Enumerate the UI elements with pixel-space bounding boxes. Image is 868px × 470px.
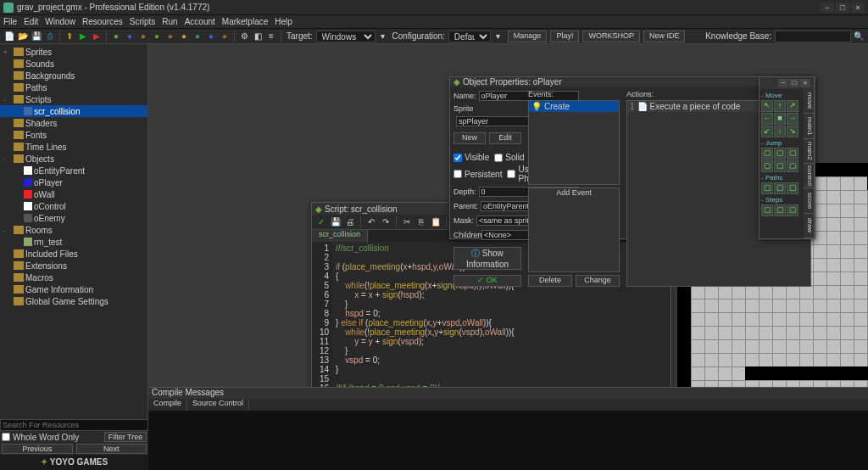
wholeword-checkbox[interactable]: [2, 433, 10, 441]
menu-marketplace[interactable]: Marketplace: [222, 17, 268, 26]
open-icon[interactable]: 📂: [17, 31, 29, 42]
res3-icon[interactable]: ●: [137, 31, 149, 42]
tree-item-scr_collision[interactable]: scr_collision: [0, 105, 147, 117]
palette-action-icon[interactable]: ▢: [787, 160, 798, 172]
run-icon[interactable]: ▶: [77, 31, 89, 42]
tree-item-oenemy[interactable]: oEnemy: [0, 212, 147, 224]
palette-action-icon[interactable]: ▢: [761, 204, 773, 216]
tree-item-extensions[interactable]: Extensions: [0, 260, 147, 271]
palette-tab-draw[interactable]: draw: [804, 214, 814, 238]
play-button[interactable]: Play!: [550, 31, 579, 42]
palette-tab-main2[interactable]: main2: [804, 139, 814, 164]
script-ok-icon[interactable]: ✓: [315, 216, 327, 228]
config-dropdown-icon[interactable]: ▾: [492, 31, 504, 42]
tree-item-macros[interactable]: Macros: [0, 271, 147, 283]
next-button[interactable]: Next: [76, 444, 147, 454]
palette-action-icon[interactable]: ▢: [761, 148, 773, 159]
minimize-button[interactable]: −: [821, 3, 834, 13]
compile-output[interactable]: [148, 411, 868, 470]
res4-icon[interactable]: ●: [151, 31, 163, 42]
res5-icon[interactable]: ●: [164, 31, 176, 42]
palette-action-icon[interactable]: ↑: [774, 100, 786, 112]
menu-run[interactable]: Run: [162, 17, 177, 26]
palette-tab-main1[interactable]: main1: [804, 114, 814, 138]
script-save-icon[interactable]: 💾: [330, 216, 342, 228]
action-palette[interactable]: −□× - Move↖↑↗←■→↙↓↘- Jump▢▢▢▢▢▢- Paths▢▢…: [759, 76, 815, 239]
palette-action-icon[interactable]: ▢: [774, 160, 786, 172]
palette-action-icon[interactable]: ▢: [787, 182, 798, 194]
palette-action-icon[interactable]: ▢: [774, 204, 786, 216]
sprite-edit-button[interactable]: Edit: [489, 132, 521, 144]
kb-search-icon[interactable]: 🔍: [853, 31, 865, 42]
event-item[interactable]: 💡Create: [529, 101, 619, 112]
tree-item-shaders[interactable]: Shaders: [0, 117, 147, 129]
tree-item-oentityparent[interactable]: oEntityParent: [0, 165, 147, 176]
tree-item-ocontrol[interactable]: oControl: [0, 200, 147, 212]
ext-icon[interactable]: ◧: [252, 31, 264, 42]
tree-item-paths[interactable]: Paths: [0, 81, 147, 93]
showinfo-button[interactable]: ⓘ Show Information: [453, 247, 521, 270]
palette-action-icon[interactable]: ↓: [774, 126, 786, 137]
palette-action-icon[interactable]: ↙: [761, 126, 773, 137]
palette-action-icon[interactable]: ▢: [774, 148, 786, 159]
sprite-new-button[interactable]: New: [453, 132, 486, 144]
menu-window[interactable]: Window: [45, 17, 75, 26]
visible-checkbox[interactable]: [453, 154, 462, 162]
palette-action-icon[interactable]: ▢: [787, 204, 798, 216]
menu-account[interactable]: Account: [185, 17, 215, 26]
res7-icon[interactable]: ●: [192, 31, 203, 42]
tree-item-fonts[interactable]: Fonts: [0, 129, 147, 141]
tree-item-time-lines[interactable]: Time Lines: [0, 141, 147, 153]
pal-max-button[interactable]: □: [789, 79, 799, 87]
maximize-button[interactable]: □: [836, 3, 849, 13]
res9-icon[interactable]: ●: [219, 31, 231, 42]
wall-seg2[interactable]: [745, 366, 868, 380]
script-tab[interactable]: scr_collision: [312, 230, 368, 242]
solid-checkbox[interactable]: [494, 154, 503, 162]
events-list[interactable]: 💡Create: [528, 100, 620, 185]
resource-tree[interactable]: +SpritesSoundsBackgroundsPaths-Scriptssc…: [0, 44, 148, 455]
tab-compile[interactable]: Compile: [148, 399, 187, 411]
debug-icon[interactable]: ▶: [91, 31, 103, 42]
target-dropdown-icon[interactable]: ▾: [377, 31, 389, 42]
tree-item-rm_test[interactable]: rm_test: [0, 236, 147, 248]
palette-tab-score[interactable]: score: [804, 188, 814, 213]
delete-event-button[interactable]: Delete: [528, 275, 572, 287]
palette-action-icon[interactable]: ▢: [761, 160, 773, 172]
script-cut-icon[interactable]: ✂: [401, 216, 413, 228]
filter-tree-button[interactable]: Filter Tree: [104, 432, 147, 442]
tree-item-game-information[interactable]: Game Information: [0, 283, 147, 295]
menu-edit[interactable]: Edit: [24, 17, 38, 26]
settings-icon[interactable]: ⚙: [238, 31, 250, 42]
tree-item-backgrounds[interactable]: Backgrounds: [0, 70, 147, 81]
tree-item-sprites[interactable]: +Sprites: [0, 46, 147, 58]
palette-action-icon[interactable]: ↖: [761, 100, 773, 112]
kb-input[interactable]: [775, 31, 851, 42]
pal-close-button[interactable]: ×: [800, 79, 810, 87]
newide-button[interactable]: New IDE: [643, 31, 686, 42]
persistent-checkbox[interactable]: [453, 170, 462, 178]
save-icon[interactable]: 💾: [31, 31, 42, 42]
prev-button[interactable]: Previous: [2, 444, 73, 454]
menu-help[interactable]: Help: [275, 17, 292, 26]
palette-action-icon[interactable]: →: [787, 113, 798, 125]
palette-action-icon[interactable]: ■: [774, 113, 786, 125]
tree-item-owall[interactable]: oWall: [0, 188, 147, 200]
palette-action-icon[interactable]: ←: [761, 113, 773, 125]
palette-action-icon[interactable]: ▢: [774, 182, 786, 194]
tree-item-global-game-settings[interactable]: Global Game Settings: [0, 295, 147, 307]
macro-icon[interactable]: ≡: [265, 31, 277, 42]
addevent-button[interactable]: Add Event: [528, 187, 620, 272]
new-project-icon[interactable]: 📄: [3, 31, 15, 42]
script-paste-icon[interactable]: 📋: [430, 216, 442, 228]
export-icon[interactable]: ⬆: [64, 31, 75, 42]
palette-action-icon[interactable]: ↗: [787, 100, 798, 112]
res2-icon[interactable]: ●: [124, 31, 136, 42]
palette-tab-control[interactable]: control: [804, 164, 814, 188]
palette-action-icon[interactable]: ▢: [787, 148, 798, 159]
manage-button[interactable]: Manage: [508, 31, 548, 42]
tree-item-sounds[interactable]: Sounds: [0, 58, 147, 70]
workshop-button[interactable]: WORKSHOP: [582, 31, 640, 42]
saveall-icon[interactable]: ⎙: [44, 31, 56, 42]
script-copy-icon[interactable]: ⎘: [415, 216, 427, 228]
